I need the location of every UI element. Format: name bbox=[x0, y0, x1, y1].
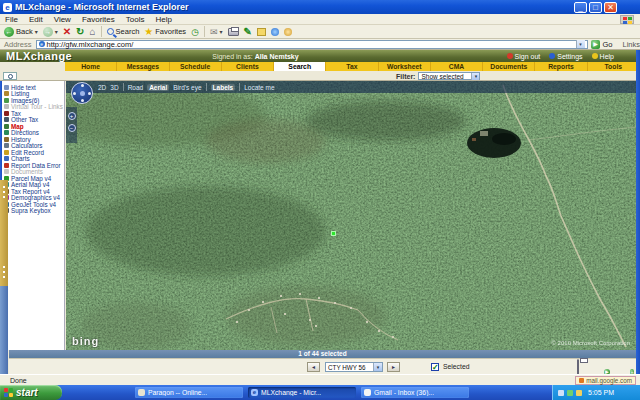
map-labels-toggle[interactable]: Labels bbox=[211, 84, 236, 91]
panel-splitter[interactable] bbox=[0, 180, 8, 286]
address-dropdown-icon[interactable]: ▾ bbox=[576, 40, 585, 48]
notification-box[interactable]: mail.google.com bbox=[575, 376, 636, 385]
task-mlxchange[interactable]: e MLXchange - Micr... bbox=[248, 387, 356, 398]
other-tax-icon bbox=[4, 117, 9, 122]
gmail-app-icon bbox=[364, 389, 371, 396]
go-icon[interactable]: ▶ bbox=[591, 40, 601, 49]
task-gmail[interactable]: Gmail - Inbox (36)... bbox=[361, 387, 469, 398]
bing-logo: bing bbox=[72, 335, 99, 347]
tab-schedule[interactable]: Schedule bbox=[170, 62, 222, 71]
sidebar-item-supra-keybox[interactable]: Supra Keybox bbox=[2, 208, 64, 215]
address-label: Address bbox=[4, 40, 32, 49]
documents-icon bbox=[4, 169, 9, 174]
page-favicon: e bbox=[39, 41, 45, 47]
windows-logo-icon bbox=[620, 15, 634, 24]
messenger-alt-button[interactable] bbox=[284, 28, 292, 36]
history-clock-icon bbox=[4, 137, 9, 142]
tab-reports[interactable]: Reports bbox=[535, 62, 587, 71]
print-button[interactable] bbox=[228, 27, 239, 36]
address-input[interactable]: e http://gfw.mlxchange.com/ ▾ bbox=[36, 40, 588, 49]
map-view-road[interactable]: Road bbox=[128, 84, 144, 91]
history-icon: ◷ bbox=[191, 27, 199, 37]
shield-icon[interactable] bbox=[567, 390, 573, 396]
map-locate-me[interactable]: Locate me bbox=[244, 84, 274, 91]
map-mode-3d[interactable]: 3D bbox=[110, 84, 118, 91]
report-error-icon bbox=[4, 163, 9, 168]
mail-dropdown-icon[interactable]: ▾ bbox=[220, 28, 223, 35]
task-paragon[interactable]: Paragon -- Online... bbox=[135, 387, 243, 398]
menu-favorites[interactable]: Favorites bbox=[82, 15, 115, 24]
mail-button[interactable]: ✉ ▾ bbox=[210, 27, 223, 37]
help-icon bbox=[592, 53, 598, 59]
forward-icon: → bbox=[43, 27, 53, 37]
menu-help[interactable]: Help bbox=[155, 15, 171, 24]
page-search-icon bbox=[8, 74, 13, 79]
tab-clients[interactable]: Clients bbox=[222, 62, 274, 71]
edit-record-icon bbox=[4, 150, 9, 155]
record-select[interactable]: CTY HWY 56 ▾ bbox=[325, 362, 383, 372]
menu-view[interactable]: View bbox=[54, 15, 71, 24]
page-search-button[interactable] bbox=[3, 72, 17, 80]
volume-icon[interactable] bbox=[558, 390, 564, 396]
settings-link[interactable]: Settings bbox=[549, 53, 582, 60]
menu-tools[interactable]: Tools bbox=[126, 15, 145, 24]
stop-button[interactable]: ✕ bbox=[63, 26, 71, 37]
messenger-button[interactable] bbox=[271, 28, 279, 36]
zoom-in-button[interactable]: + bbox=[68, 112, 76, 120]
toolbar-separator bbox=[101, 26, 102, 37]
tab-messages[interactable]: Messages bbox=[117, 62, 169, 71]
filter-label: Filter: bbox=[396, 73, 415, 80]
history-button[interactable]: ◷ bbox=[191, 27, 199, 37]
stop-icon: ✕ bbox=[63, 26, 71, 37]
menu-file[interactable]: File bbox=[5, 15, 18, 24]
back-button[interactable]: ← Back ▾ bbox=[4, 27, 38, 37]
next-record-button[interactable]: ► bbox=[387, 362, 400, 372]
links-label[interactable]: Links bbox=[622, 40, 640, 49]
tab-cma[interactable]: CMA bbox=[431, 62, 483, 71]
map-zoom-controls: + − bbox=[66, 107, 77, 143]
tab-tools[interactable]: Tools bbox=[588, 62, 640, 71]
refresh-icon: ↻ bbox=[76, 26, 84, 37]
map-mode-2d[interactable]: 2D bbox=[98, 84, 106, 91]
close-button[interactable]: ✕ bbox=[604, 2, 617, 13]
maximize-button[interactable]: □ bbox=[589, 2, 602, 13]
map-view-aerial[interactable]: Aerial bbox=[147, 84, 169, 91]
go-label[interactable]: Go bbox=[602, 40, 612, 49]
aerial-map[interactable]: © 2010 Microsoft Corporation 2D 3D Road … bbox=[66, 81, 636, 350]
tab-home[interactable]: Home bbox=[65, 62, 117, 71]
forward-dropdown-icon[interactable]: ▾ bbox=[55, 28, 58, 35]
tab-search[interactable]: Search bbox=[274, 62, 326, 71]
zoom-out-button[interactable]: − bbox=[68, 124, 76, 132]
tab-documents[interactable]: Documents bbox=[483, 62, 535, 71]
network-icon[interactable] bbox=[576, 390, 582, 396]
map-view-birdseye[interactable]: Bird's eye bbox=[173, 84, 201, 91]
background-window-edge bbox=[0, 286, 8, 374]
back-dropdown-icon[interactable]: ▾ bbox=[35, 28, 38, 35]
address-url: http://gfw.mlxchange.com/ bbox=[47, 40, 576, 49]
filter-select[interactable]: Show selected ▾ bbox=[418, 72, 480, 80]
home-button[interactable]: ⌂ bbox=[90, 26, 96, 37]
edit-button[interactable]: ✎ bbox=[244, 26, 252, 37]
search-button[interactable]: Search bbox=[107, 27, 140, 36]
favorites-button[interactable]: ★ Favorites bbox=[144, 26, 186, 37]
minimize-button[interactable]: _ bbox=[574, 2, 587, 13]
forward-button[interactable]: → ▾ bbox=[43, 27, 58, 37]
notes-button[interactable] bbox=[257, 28, 266, 36]
home-icon: ⌂ bbox=[90, 26, 96, 37]
previous-record-button[interactable]: ◄ bbox=[307, 362, 320, 372]
help-link[interactable]: Help bbox=[592, 53, 614, 60]
start-button[interactable]: start bbox=[0, 385, 62, 400]
tab-tax[interactable]: Tax bbox=[326, 62, 378, 71]
address-bar: Address e http://gfw.mlxchange.com/ ▾ ▶ … bbox=[0, 39, 640, 50]
menu-edit[interactable]: Edit bbox=[29, 15, 43, 24]
refresh-button[interactable]: ↻ bbox=[76, 26, 84, 37]
back-icon: ← bbox=[4, 27, 14, 37]
compass-control[interactable] bbox=[71, 82, 93, 104]
listing-marker[interactable] bbox=[331, 231, 336, 236]
sign-out-link[interactable]: Sign out bbox=[507, 53, 541, 60]
browser-toolbar: ← Back ▾ → ▾ ✕ ↻ ⌂ Search ★ Favorites ◷ … bbox=[0, 25, 640, 39]
selected-checkbox[interactable]: ✓ bbox=[431, 363, 439, 371]
toolbar-separator bbox=[204, 26, 205, 37]
tab-worksheet[interactable]: Worksheet bbox=[379, 62, 431, 71]
filter-bar: Filter: Show selected ▾ bbox=[0, 71, 640, 81]
